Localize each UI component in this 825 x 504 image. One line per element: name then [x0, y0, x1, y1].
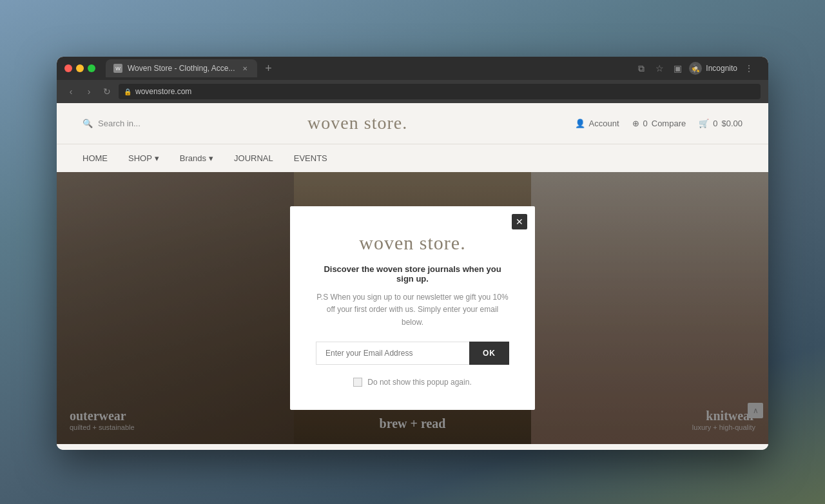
back-button[interactable]: ‹ — [64, 85, 77, 98]
lock-icon: 🔒 — [124, 88, 131, 95]
modal-logo: woven store. — [316, 232, 509, 255]
modal-form: OK — [316, 342, 509, 365]
newsletter-modal: ✕ woven store. Discover the woven store … — [290, 206, 535, 410]
browser-chrome: W Woven Store - Clothing, Acce... ✕ + ⧉ … — [57, 57, 768, 103]
website-content: 🔍 Search in... woven store. 👤 Account ⊕ … — [57, 103, 768, 450]
forward-button[interactable]: › — [82, 85, 95, 98]
modal-body: P.S When you sign up to our newsletter w… — [316, 291, 509, 329]
cart-icon: 🛒 — [699, 119, 709, 128]
ok-button[interactable]: OK — [469, 342, 509, 365]
site-header: 🔍 Search in... woven store. 👤 Account ⊕ … — [57, 103, 768, 144]
browser-window-controls: ⧉ ☆ ▣ 🕵 Incognito ⋮ — [635, 62, 755, 75]
compare-label: Compare — [652, 119, 686, 128]
account-link[interactable]: 👤 Account — [575, 119, 619, 128]
nav-events[interactable]: EVENTS — [294, 153, 327, 163]
tab-bar: W Woven Store - Clothing, Acce... ✕ + ⧉ … — [101, 59, 761, 77]
maximize-button[interactable] — [88, 64, 95, 72]
split-view-icon[interactable]: ▣ — [671, 62, 684, 75]
chevron-down-icon-brands: ▾ — [209, 153, 213, 163]
incognito-avatar: 🕵 — [689, 62, 702, 75]
browser-addressbar: ‹ › ↻ 🔒 wovenstore.com — [57, 80, 768, 103]
chevron-down-icon: ▾ — [155, 153, 159, 163]
search-placeholder: Search in... — [98, 119, 141, 128]
account-label: Account — [589, 119, 619, 128]
cart-count: 0 — [713, 119, 717, 128]
active-tab[interactable]: W Woven Store - Clothing, Acce... ✕ — [106, 59, 257, 77]
checkbox-label: Do not show this popup again. — [367, 378, 471, 387]
menu-icon[interactable]: ⋮ — [742, 62, 755, 75]
content-area: outerwear quilted + sustainable brew + r… — [57, 172, 768, 444]
modal-close-button[interactable]: ✕ — [512, 214, 527, 229]
modal-headline: Discover the woven store journals when y… — [316, 264, 509, 284]
tab-title: Woven Store - Clothing, Acce... — [128, 64, 235, 73]
site-logo[interactable]: woven store. — [307, 113, 407, 133]
nav-journal[interactable]: JOURNAL — [234, 153, 273, 163]
compare-icon: ⊕ — [632, 119, 639, 128]
header-search[interactable]: 🔍 Search in... — [82, 119, 141, 128]
account-icon: 👤 — [575, 119, 585, 128]
nav-brands[interactable]: Brands ▾ — [180, 153, 213, 163]
incognito-badge: 🕵 Incognito — [689, 62, 737, 75]
close-icon: ✕ — [516, 217, 523, 227]
star-icon[interactable]: ☆ — [653, 62, 666, 75]
refresh-button[interactable]: ↻ — [101, 85, 113, 98]
address-bar[interactable]: 🔒 wovenstore.com — [119, 84, 761, 99]
no-popup-checkbox[interactable] — [353, 378, 362, 387]
modal-overlay[interactable]: ✕ woven store. Discover the woven store … — [57, 172, 768, 444]
compare-link[interactable]: ⊕ 0 Compare — [632, 119, 686, 128]
traffic-lights — [64, 64, 95, 72]
nav-home[interactable]: HOME — [82, 153, 108, 163]
browser-titlebar: W Woven Store - Clothing, Acce... ✕ + ⧉ … — [57, 57, 768, 80]
compare-count: 0 — [643, 119, 648, 128]
header-actions: 👤 Account ⊕ 0 Compare 🛒 0 $0.00 — [575, 119, 742, 128]
site-nav: HOME SHOP ▾ Brands ▾ JOURNAL EVENTS — [57, 144, 768, 172]
incognito-label: Incognito — [706, 64, 737, 73]
search-icon: 🔍 — [82, 119, 93, 128]
url-text: wovenstore.com — [135, 87, 191, 96]
minimize-button[interactable] — [76, 64, 84, 72]
checkbox-row: Do not show this popup again. — [316, 378, 509, 387]
cart-link[interactable]: 🛒 0 $0.00 — [699, 119, 742, 128]
new-tab-button[interactable]: + — [260, 59, 278, 77]
cart-price: $0.00 — [721, 119, 742, 128]
nav-shop[interactable]: SHOP ▾ — [128, 153, 159, 163]
tab-close-icon[interactable]: ✕ — [240, 64, 249, 73]
tab-favicon: W — [113, 64, 122, 73]
pip-icon[interactable]: ⧉ — [635, 62, 648, 75]
browser-window: W Woven Store - Clothing, Acce... ✕ + ⧉ … — [57, 57, 768, 450]
close-button[interactable] — [64, 64, 72, 72]
email-input[interactable] — [316, 342, 469, 365]
